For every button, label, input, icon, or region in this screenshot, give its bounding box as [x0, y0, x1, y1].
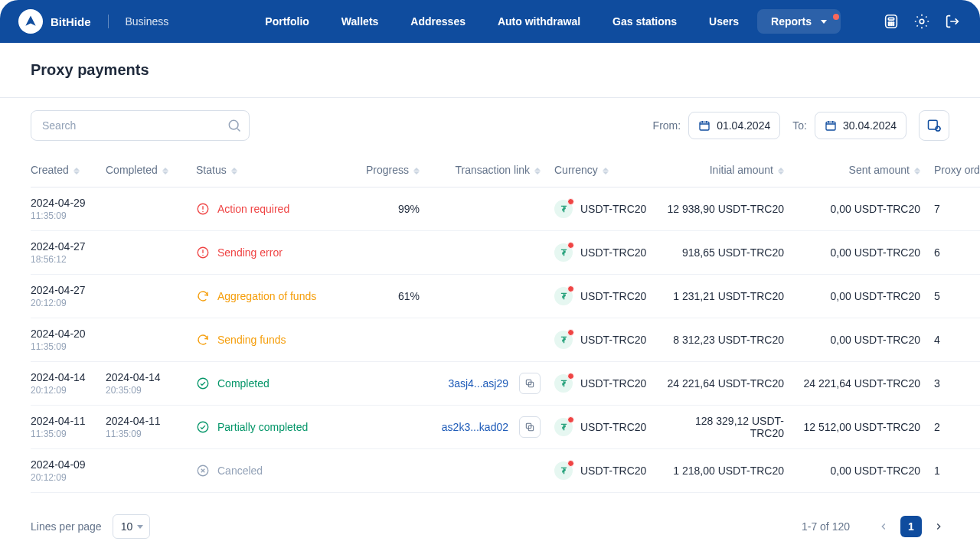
currency-cell: ₮USDT-TRC20	[554, 418, 660, 436]
table-row[interactable]: 2024-04-1111:35:092024-04-1111:35:09Part…	[31, 406, 980, 449]
proxy-order: 5	[934, 290, 940, 302]
transaction-link[interactable]: as2k3...kad02	[442, 421, 508, 433]
progress-value: 99%	[398, 203, 420, 215]
created-time: 11:35:09	[31, 341, 100, 352]
page-1-button[interactable]: 1	[900, 516, 922, 537]
currency-label: USDT-TRC20	[580, 290, 646, 302]
col-txlink[interactable]: Transaction link	[433, 155, 554, 187]
svg-point-5	[888, 24, 890, 26]
initial-amount: 1 231,21 USDT-TRC20	[673, 290, 784, 302]
currency-cell: ₮USDT-TRC20	[554, 200, 660, 218]
col-sent[interactable]: Sent amount	[798, 155, 934, 187]
completed-date: 2024-04-14	[106, 371, 190, 383]
settings-icon[interactable]	[913, 12, 931, 31]
initial-amount: 128 329,12 USDT-TRC20	[695, 415, 784, 439]
lines-per-page-select[interactable]: 10	[113, 514, 151, 539]
search-field[interactable]	[31, 110, 250, 141]
table-settings-button[interactable]	[919, 110, 949, 141]
svg-point-9	[229, 120, 238, 129]
usdt-coin-icon: ₮	[554, 200, 573, 218]
calendar-icon	[698, 119, 710, 132]
currency-label: USDT-TRC20	[580, 465, 646, 477]
nav-item-users[interactable]: Users	[695, 9, 753, 34]
date-to-field[interactable]: 30.04.2024	[815, 112, 906, 139]
svg-point-7	[893, 24, 894, 26]
status-label: Aggregation of funds	[217, 290, 316, 302]
status-icon	[196, 464, 210, 478]
svg-rect-10	[700, 122, 709, 130]
next-page-button[interactable]	[928, 516, 949, 537]
brand-logo-icon	[18, 9, 43, 34]
col-completed[interactable]: Completed	[106, 155, 196, 187]
sent-amount: 0,00 USDT-TRC20	[831, 246, 920, 259]
table-row[interactable]: 2024-04-2011:35:09Sending funds₮USDT-TRC…	[31, 318, 980, 362]
col-proxy[interactable]: Proxy order	[934, 155, 980, 187]
copy-button[interactable]	[519, 373, 541, 394]
to-label: To:	[792, 119, 807, 132]
brand[interactable]: BitHide Business	[18, 9, 168, 34]
nav-item-gas-stations[interactable]: Gas stations	[599, 9, 691, 34]
sent-amount: 0,00 USDT-TRC20	[831, 465, 920, 477]
header: BitHide Business PortfolioWalletsAddress…	[0, 0, 980, 43]
table-row[interactable]: 2024-04-0920:12:09Canceled₮USDT-TRC201 2…	[31, 449, 980, 493]
status-icon	[196, 202, 210, 216]
created-time: 11:35:09	[31, 429, 100, 439]
currency-label: USDT-TRC20	[580, 421, 646, 433]
lines-per-page-label: Lines per page	[31, 520, 102, 533]
nav-item-label: Users	[709, 15, 739, 28]
svg-point-21	[198, 422, 208, 432]
table-row[interactable]: 2024-04-1420:12:092024-04-1420:35:09Comp…	[31, 362, 980, 406]
status-label: Action required	[217, 203, 289, 215]
logout-icon[interactable]	[943, 12, 962, 31]
search-input[interactable]	[31, 110, 250, 141]
col-currency[interactable]: Currency	[554, 155, 666, 187]
nav-item-label: Reports	[771, 15, 812, 28]
initial-amount: 1 218,00 USDT-TRC20	[673, 465, 784, 477]
nav-item-auto-withdrawal[interactable]: Auto withdrawal	[484, 9, 594, 34]
sent-amount: 0,00 USDT-TRC20	[831, 203, 920, 215]
status-cell: Action required	[196, 202, 332, 216]
date-from-field[interactable]: 01.04.2024	[688, 112, 780, 139]
usdt-coin-icon: ₮	[554, 461, 573, 480]
col-created[interactable]: Created	[31, 155, 106, 187]
col-status[interactable]: Status	[196, 155, 338, 187]
status-cell: Canceled	[196, 464, 332, 478]
currency-label: USDT-TRC20	[580, 377, 646, 390]
chevron-down-icon	[137, 525, 143, 529]
calculator-icon[interactable]	[882, 12, 900, 31]
svg-point-3	[890, 22, 892, 24]
table-row[interactable]: 2024-04-2720:12:09Aggregation of funds61…	[31, 275, 980, 318]
svg-point-13	[936, 126, 940, 131]
completed-time: 11:35:09	[106, 429, 190, 439]
lines-per-page-value: 10	[121, 520, 133, 533]
usdt-coin-icon: ₮	[554, 243, 573, 262]
created-date: 2024-04-09	[31, 458, 100, 471]
svg-point-4	[893, 22, 894, 24]
currency-label: USDT-TRC20	[580, 203, 646, 215]
initial-amount: 918,65 USDT-TRC20	[682, 246, 784, 259]
main-nav: PortfolioWalletsAddressesAuto withdrawal…	[251, 9, 841, 34]
nav-item-reports[interactable]: Reports	[757, 9, 841, 34]
nav-item-wallets[interactable]: Wallets	[328, 9, 393, 34]
proxy-order: 3	[934, 377, 940, 390]
notification-dot-icon	[833, 14, 839, 20]
svg-point-17	[202, 255, 204, 256]
transaction-link[interactable]: 3asj4...asj29	[448, 377, 508, 390]
nav-item-addresses[interactable]: Addresses	[397, 9, 479, 34]
copy-button[interactable]	[519, 416, 541, 438]
table-row[interactable]: 2024-04-2718:56:12Sending error₮USDT-TRC…	[31, 231, 980, 275]
col-initial[interactable]: Initial amount	[666, 155, 798, 187]
sent-amount: 24 221,64 USDT-TRC20	[803, 377, 920, 390]
prev-page-button[interactable]	[873, 516, 894, 537]
currency-cell: ₮USDT-TRC20	[554, 243, 660, 262]
sent-amount: 0,00 USDT-TRC20	[831, 334, 920, 346]
usdt-coin-icon: ₮	[554, 287, 573, 305]
col-progress[interactable]: Progress	[338, 155, 433, 187]
created-time: 20:12:09	[31, 298, 100, 308]
svg-point-6	[890, 24, 892, 26]
nav-item-portfolio[interactable]: Portfolio	[251, 9, 323, 34]
nav-item-label: Wallets	[341, 15, 379, 28]
table-row[interactable]: 2024-04-2911:35:09Action required99%₮USD…	[31, 187, 980, 231]
nav-item-label: Addresses	[410, 15, 466, 28]
svg-point-2	[888, 22, 890, 24]
